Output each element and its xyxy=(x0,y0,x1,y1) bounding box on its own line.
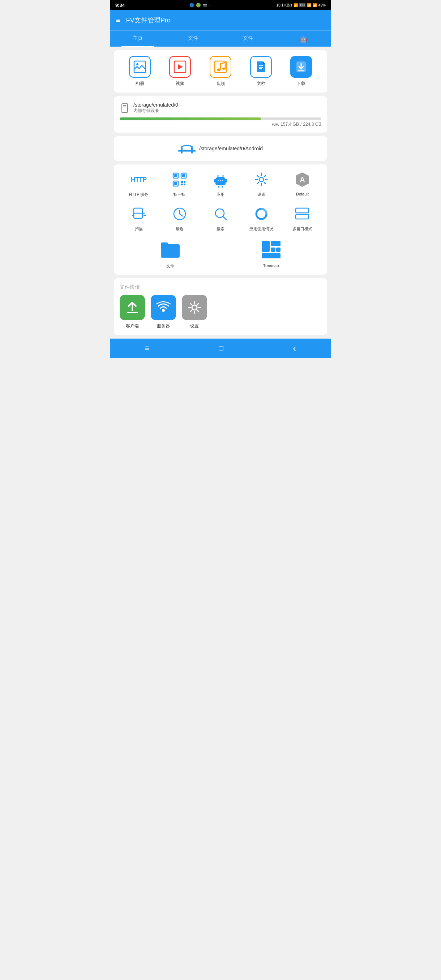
hamburger-menu[interactable]: ≡ xyxy=(116,16,120,25)
svg-rect-64 xyxy=(271,248,275,252)
scan-qr-label: 扫一扫 xyxy=(174,192,185,197)
svg-rect-27 xyxy=(184,181,185,183)
search-icon xyxy=(211,205,230,223)
quick-icon-audio[interactable]: 音频 xyxy=(210,56,231,87)
status-wifi2: 📶 xyxy=(313,3,317,7)
tool-search[interactable]: 搜索 xyxy=(201,205,239,232)
tools-row-2: 扫描 最近 xyxy=(119,205,322,232)
tab-files1[interactable]: 文件 xyxy=(166,31,221,47)
quick-icon-video[interactable]: 视频 xyxy=(169,56,191,87)
tool-http[interactable]: HTTP HTTP 服务 xyxy=(119,170,158,197)
video-label: 视频 xyxy=(176,81,184,87)
audio-svg xyxy=(213,60,228,74)
svg-rect-26 xyxy=(181,181,183,183)
storage-progress-bg xyxy=(119,118,322,120)
audio-label: 音频 xyxy=(216,81,225,87)
wifi-hotspot-icon xyxy=(151,295,176,320)
svg-rect-14 xyxy=(123,105,126,106)
transfer-settings[interactable]: 设置 xyxy=(182,295,207,329)
bottom-nav-back[interactable]: ‹ xyxy=(293,342,296,354)
clock-icon xyxy=(170,205,189,223)
svg-rect-17 xyxy=(181,147,183,154)
upload-icon xyxy=(119,295,145,320)
tool-multiwindow[interactable]: 多窗口模式 xyxy=(283,205,322,232)
transfer-settings-label: 设置 xyxy=(190,323,199,329)
tab-files2[interactable]: 文件 xyxy=(221,31,276,47)
storage-header: /storage/emulated/0 内部存储设备 xyxy=(119,102,322,114)
main-content: 相册 视频 xyxy=(110,47,331,339)
svg-rect-62 xyxy=(262,241,270,252)
default-label: Default xyxy=(296,192,309,196)
status-hd: HD xyxy=(299,3,306,7)
file-transfer-card: 文件快传 客户端 xyxy=(114,278,327,335)
svg-point-39 xyxy=(259,177,264,182)
tool-app-usage[interactable]: 应用使用情况 xyxy=(242,205,280,232)
transfer-server[interactable]: 服务器 xyxy=(151,295,176,329)
tab-home[interactable]: 主页 xyxy=(110,31,166,47)
bridge-icon xyxy=(178,143,196,154)
tool-settings[interactable]: 设置 xyxy=(242,170,280,197)
svg-point-68 xyxy=(162,309,165,312)
bottom-nav: ≡ □ ‹ xyxy=(110,339,331,358)
tool-scan[interactable]: 扫描 xyxy=(119,205,158,232)
status-wifi: 📶 xyxy=(307,3,311,7)
svg-line-74 xyxy=(191,304,192,305)
storage-stats: 70% 157.4 GB / 224.3 GB xyxy=(119,122,322,127)
tool-apps[interactable]: 应用 xyxy=(201,170,239,197)
status-time: 9:34 xyxy=(115,3,125,8)
svg-rect-29 xyxy=(184,184,185,185)
svg-rect-65 xyxy=(276,248,280,252)
tool-scan-qr[interactable]: 扫一扫 xyxy=(161,170,199,197)
quick-icon-doc[interactable]: 文档 xyxy=(250,56,272,87)
download-svg xyxy=(294,60,308,74)
transfer-client[interactable]: 客户端 xyxy=(119,295,145,329)
bottom-nav-menu[interactable]: ≡ xyxy=(145,344,150,353)
status-right-info: 10.1 KB/s 📶 HD 📶 📶 49% xyxy=(277,3,326,7)
bottom-nav-home[interactable]: □ xyxy=(219,344,223,353)
windows-icon xyxy=(293,205,312,223)
doc-label: 文档 xyxy=(256,81,265,87)
svg-point-59 xyxy=(258,211,264,217)
svg-rect-19 xyxy=(178,151,196,152)
svg-point-5 xyxy=(217,68,221,71)
svg-rect-28 xyxy=(181,184,183,185)
storage-info: /storage/emulated/0 内部存储设备 xyxy=(134,102,178,114)
gear-settings-icon xyxy=(182,295,207,320)
header: ≡ FV文件管理Pro xyxy=(110,10,331,30)
svg-line-55 xyxy=(180,214,183,216)
svg-point-31 xyxy=(222,175,224,177)
tools-row-1: HTTP HTTP 服务 xyxy=(119,170,322,197)
quick-icon-album[interactable]: 相册 xyxy=(129,56,151,87)
svg-rect-32 xyxy=(214,179,215,183)
status-app-icons: 🔵 🟢 📷 ··· xyxy=(189,3,212,8)
svg-marker-3 xyxy=(178,64,183,69)
svg-rect-35 xyxy=(221,186,223,188)
tool-files[interactable]: 文件 xyxy=(119,239,221,269)
android-path-card[interactable]: /storage/emulated/0/Android xyxy=(114,136,327,161)
default-icon: A xyxy=(293,170,312,189)
svg-line-45 xyxy=(264,183,266,184)
svg-line-46 xyxy=(264,176,266,177)
svg-rect-60 xyxy=(296,208,309,213)
tool-recent[interactable]: 最近 xyxy=(161,205,199,232)
download-label: 下载 xyxy=(297,81,306,87)
status-network-speed: 10.1 KB/s xyxy=(277,3,292,7)
svg-line-76 xyxy=(197,304,199,305)
storage-card[interactable]: /storage/emulated/0 内部存储设备 70% 157.4 GB … xyxy=(114,96,327,133)
svg-line-7 xyxy=(221,62,225,64)
svg-line-77 xyxy=(191,310,192,312)
svg-line-44 xyxy=(257,176,259,177)
tab-robot[interactable]: 🤖 xyxy=(276,31,331,47)
tool-treemap[interactable]: Treemap xyxy=(221,239,322,269)
tool-default[interactable]: A Default xyxy=(283,170,322,197)
album-svg xyxy=(133,60,147,74)
svg-rect-23 xyxy=(182,174,185,177)
svg-rect-21 xyxy=(174,174,177,177)
http-icon: HTTP xyxy=(129,170,148,189)
svg-line-75 xyxy=(197,310,199,312)
svg-line-57 xyxy=(223,216,226,220)
svg-rect-66 xyxy=(262,253,280,258)
quick-icons-row: 相册 视频 xyxy=(119,56,322,87)
folder-icon xyxy=(159,239,181,261)
quick-icon-download[interactable]: 下载 xyxy=(290,56,312,87)
